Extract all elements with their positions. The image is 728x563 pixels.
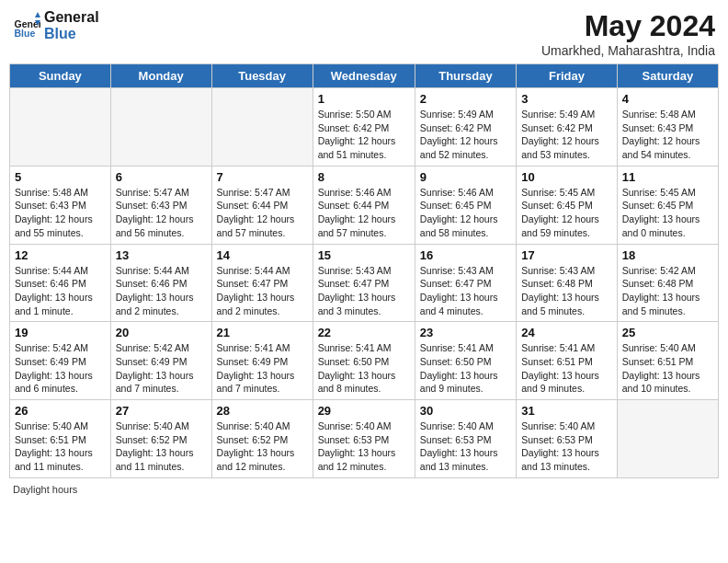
- calendar-cell: 2Sunrise: 5:49 AM Sunset: 6:42 PM Daylig…: [415, 88, 516, 167]
- calendar-cell: 21Sunrise: 5:41 AM Sunset: 6:49 PM Dayli…: [211, 322, 313, 400]
- day-number: 3: [521, 92, 612, 106]
- day-number: 24: [521, 326, 612, 339]
- calendar-cell: 26Sunrise: 5:40 AM Sunset: 6:51 PM Dayli…: [10, 400, 111, 478]
- day-info: Sunrise: 5:40 AM Sunset: 6:52 PM Dayligh…: [217, 419, 308, 474]
- title-block: May 2024 Umarkhed, Maharashtra, India: [541, 9, 715, 58]
- day-info: Sunrise: 5:46 AM Sunset: 6:44 PM Dayligh…: [318, 186, 410, 240]
- day-number: 5: [15, 170, 106, 184]
- day-number: 10: [521, 170, 612, 184]
- day-number: 16: [420, 248, 511, 262]
- day-info: Sunrise: 5:40 AM Sunset: 6:53 PM Dayligh…: [318, 419, 410, 474]
- footer: Daylight hours: [9, 484, 719, 495]
- day-number: 1: [318, 92, 410, 106]
- logo-blue: Blue: [44, 26, 99, 42]
- day-number: 13: [116, 248, 207, 262]
- calendar-cell: 20Sunrise: 5:42 AM Sunset: 6:49 PM Dayli…: [110, 322, 211, 400]
- day-number: 30: [420, 404, 511, 418]
- day-info: Sunrise: 5:41 AM Sunset: 6:50 PM Dayligh…: [318, 341, 410, 396]
- calendar-cell: 7Sunrise: 5:47 AM Sunset: 6:44 PM Daylig…: [211, 166, 313, 244]
- weekday-header-wednesday: Wednesday: [313, 64, 415, 88]
- calendar-cell: 4Sunrise: 5:48 AM Sunset: 6:43 PM Daylig…: [617, 88, 718, 167]
- day-info: Sunrise: 5:50 AM Sunset: 6:42 PM Dayligh…: [318, 108, 410, 162]
- day-info: Sunrise: 5:47 AM Sunset: 6:44 PM Dayligh…: [217, 186, 308, 240]
- calendar-cell: 10Sunrise: 5:45 AM Sunset: 6:45 PM Dayli…: [517, 166, 618, 244]
- calendar-cell: 3Sunrise: 5:49 AM Sunset: 6:42 PM Daylig…: [517, 88, 618, 167]
- day-number: 25: [622, 326, 713, 339]
- day-number: 17: [521, 248, 612, 262]
- calendar-cell: 12Sunrise: 5:44 AM Sunset: 6:46 PM Dayli…: [10, 244, 111, 322]
- calendar-cell: 14Sunrise: 5:44 AM Sunset: 6:47 PM Dayli…: [211, 244, 313, 322]
- day-info: Sunrise: 5:42 AM Sunset: 6:49 PM Dayligh…: [116, 341, 207, 396]
- calendar-cell: 17Sunrise: 5:43 AM Sunset: 6:48 PM Dayli…: [517, 244, 618, 322]
- weekday-header-thursday: Thursday: [415, 64, 516, 88]
- calendar-cell: 1Sunrise: 5:50 AM Sunset: 6:42 PM Daylig…: [313, 88, 415, 167]
- calendar-cell: 29Sunrise: 5:40 AM Sunset: 6:53 PM Dayli…: [313, 400, 415, 478]
- day-info: Sunrise: 5:44 AM Sunset: 6:47 PM Dayligh…: [217, 264, 308, 318]
- day-number: 14: [217, 248, 308, 262]
- calendar-cell: 13Sunrise: 5:44 AM Sunset: 6:46 PM Dayli…: [110, 244, 211, 322]
- day-number: 19: [15, 326, 106, 339]
- svg-text:Blue: Blue: [15, 28, 36, 39]
- day-info: Sunrise: 5:48 AM Sunset: 6:43 PM Dayligh…: [622, 108, 713, 162]
- day-number: 22: [318, 326, 410, 339]
- page-header: General Blue General Blue May 2024 Umark…: [9, 9, 719, 58]
- calendar-cell: 5Sunrise: 5:48 AM Sunset: 6:43 PM Daylig…: [10, 166, 111, 244]
- day-info: Sunrise: 5:43 AM Sunset: 6:47 PM Dayligh…: [420, 264, 511, 318]
- calendar-cell: 30Sunrise: 5:40 AM Sunset: 6:53 PM Dayli…: [415, 400, 516, 478]
- weekday-header-sunday: Sunday: [10, 64, 111, 88]
- calendar-cell: 19Sunrise: 5:42 AM Sunset: 6:49 PM Dayli…: [10, 322, 111, 400]
- day-number: 4: [622, 92, 713, 106]
- calendar-cell: 23Sunrise: 5:41 AM Sunset: 6:50 PM Dayli…: [415, 322, 516, 400]
- day-number: 29: [318, 404, 410, 418]
- day-info: Sunrise: 5:41 AM Sunset: 6:50 PM Dayligh…: [420, 341, 511, 396]
- calendar-cell: [617, 400, 718, 478]
- day-info: Sunrise: 5:40 AM Sunset: 6:51 PM Dayligh…: [15, 419, 106, 474]
- day-number: 28: [217, 404, 308, 418]
- logo-icon: General Blue: [13, 12, 40, 40]
- calendar-cell: 22Sunrise: 5:41 AM Sunset: 6:50 PM Dayli…: [313, 322, 415, 400]
- calendar-cell: 25Sunrise: 5:40 AM Sunset: 6:51 PM Dayli…: [617, 322, 718, 400]
- day-info: Sunrise: 5:49 AM Sunset: 6:42 PM Dayligh…: [521, 108, 612, 162]
- day-info: Sunrise: 5:45 AM Sunset: 6:45 PM Dayligh…: [521, 186, 612, 240]
- calendar-table: SundayMondayTuesdayWednesdayThursdayFrid…: [9, 63, 719, 478]
- weekday-header-friday: Friday: [517, 64, 618, 88]
- calendar-cell: 24Sunrise: 5:41 AM Sunset: 6:51 PM Dayli…: [517, 322, 618, 400]
- calendar-cell: 6Sunrise: 5:47 AM Sunset: 6:43 PM Daylig…: [110, 166, 211, 244]
- day-info: Sunrise: 5:40 AM Sunset: 6:53 PM Dayligh…: [521, 419, 612, 474]
- month-title: May 2024: [541, 9, 715, 43]
- calendar-cell: 11Sunrise: 5:45 AM Sunset: 6:45 PM Dayli…: [617, 166, 718, 244]
- calendar-cell: 31Sunrise: 5:40 AM Sunset: 6:53 PM Dayli…: [517, 400, 618, 478]
- calendar-cell: 8Sunrise: 5:46 AM Sunset: 6:44 PM Daylig…: [313, 166, 415, 244]
- calendar-cell: 28Sunrise: 5:40 AM Sunset: 6:52 PM Dayli…: [211, 400, 313, 478]
- day-number: 15: [318, 248, 410, 262]
- day-info: Sunrise: 5:46 AM Sunset: 6:45 PM Dayligh…: [420, 186, 511, 240]
- day-number: 6: [116, 170, 207, 184]
- logo-general: General: [44, 9, 99, 26]
- calendar-cell: [10, 88, 111, 167]
- day-number: 20: [116, 326, 207, 339]
- calendar-cell: 27Sunrise: 5:40 AM Sunset: 6:52 PM Dayli…: [110, 400, 211, 478]
- day-number: 27: [116, 404, 207, 418]
- day-info: Sunrise: 5:42 AM Sunset: 6:48 PM Dayligh…: [622, 264, 713, 318]
- logo: General Blue General Blue: [13, 9, 99, 42]
- day-number: 2: [420, 92, 511, 106]
- day-number: 7: [217, 170, 308, 184]
- day-info: Sunrise: 5:47 AM Sunset: 6:43 PM Dayligh…: [116, 186, 207, 240]
- day-info: Sunrise: 5:41 AM Sunset: 6:51 PM Dayligh…: [521, 341, 612, 396]
- day-number: 26: [15, 404, 106, 418]
- calendar-cell: [211, 88, 313, 167]
- day-number: 8: [318, 170, 410, 184]
- day-number: 18: [622, 248, 713, 262]
- day-info: Sunrise: 5:49 AM Sunset: 6:42 PM Dayligh…: [420, 108, 511, 162]
- calendar-cell: 18Sunrise: 5:42 AM Sunset: 6:48 PM Dayli…: [617, 244, 718, 322]
- day-number: 11: [622, 170, 713, 184]
- day-number: 21: [217, 326, 308, 339]
- calendar-cell: 16Sunrise: 5:43 AM Sunset: 6:47 PM Dayli…: [415, 244, 516, 322]
- svg-marker-2: [35, 12, 40, 17]
- day-info: Sunrise: 5:44 AM Sunset: 6:46 PM Dayligh…: [15, 264, 106, 318]
- weekday-header-tuesday: Tuesday: [211, 64, 313, 88]
- day-info: Sunrise: 5:42 AM Sunset: 6:49 PM Dayligh…: [15, 341, 106, 396]
- day-info: Sunrise: 5:40 AM Sunset: 6:52 PM Dayligh…: [116, 419, 207, 474]
- day-info: Sunrise: 5:40 AM Sunset: 6:51 PM Dayligh…: [622, 341, 713, 396]
- day-number: 23: [420, 326, 511, 339]
